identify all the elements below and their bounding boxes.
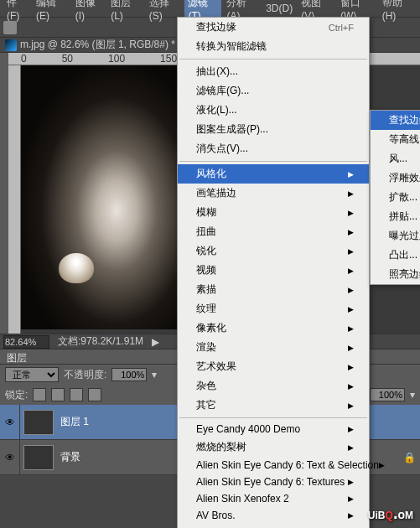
chevron-down-icon[interactable]: ▾ [410,389,415,401]
fill-input[interactable] [370,388,405,401]
menu-item[interactable]: 模糊▶ [178,203,369,222]
document-image [21,65,180,329]
submenu-arrow-icon: ▶ [348,478,354,486]
chevron-right-icon[interactable]: ▶ [152,336,159,348]
menu-item[interactable]: creativity▶ [178,524,369,528]
submenu-arrow-icon: ▶ [348,443,354,452]
menu-item[interactable]: 图案生成器(P)... [178,120,369,139]
submenu-arrow-icon: ▶ [348,382,354,391]
menu-item[interactable]: AV Bros.▶ [178,507,369,524]
ps-icon [5,39,17,51]
menu-help[interactable]: 帮助(H) [379,0,417,23]
menu-item[interactable]: 抽出(X)... [178,62,369,81]
menu-3d[interactable]: 3D(D) [262,1,296,16]
menu-item[interactable]: 照亮边缘... [371,265,420,284]
menu-item[interactable]: 渲染▶ [178,338,369,357]
submenu-arrow-icon: ▶ [348,267,354,275]
submenu-arrow-icon: ▶ [348,494,354,503]
menubar: 件(F) 编辑(E) 图像(I) 图层(L) 选择(S) 滤镜(T) 分析(A)… [0,0,420,17]
menu-item[interactable]: 风格化▶ [178,164,369,184]
menu-item[interactable]: Alien Skin Eye Candy 6: Textures▶ [178,474,369,490]
opacity-input[interactable] [111,368,147,381]
submenu-arrow-icon: ▶ [379,461,385,469]
chevron-down-icon[interactable]: ▾ [152,369,157,380]
menu-item[interactable]: Alien Skin Xenofex 2▶ [178,490,369,507]
submenu-arrow-icon: ▶ [348,170,354,179]
submenu-arrow-icon: ▶ [348,324,354,333]
menu-edit[interactable]: 编辑(E) [33,0,70,23]
layer-thumbnail[interactable] [23,445,54,470]
menu-item[interactable]: 风... [371,149,420,168]
menu-item[interactable]: 素描▶ [178,280,369,299]
layer-thumbnail[interactable] [23,410,54,435]
menu-item[interactable]: 画笔描边▶ [178,184,369,203]
menu-item[interactable]: Alien Skin Eye Candy 6: Text & Selection… [178,457,369,474]
menu-item[interactable]: 浮雕效果... [371,168,420,188]
submenu-arrow-icon: ▶ [348,286,354,294]
menu-item[interactable]: 像素化▶ [178,318,369,338]
menu-item[interactable]: 消失点(V)... [178,139,369,158]
move-tool-icon[interactable] [3,21,17,34]
zoom-input[interactable] [3,335,49,349]
submenu-arrow-icon: ▶ [348,189,354,198]
menu-layer[interactable]: 图层(L) [107,0,143,23]
menu-item[interactable]: 其它▶ [178,396,369,415]
doc-size: 文档:978.2K/1.91M [58,334,143,349]
menu-item[interactable]: 纹理▶ [178,299,369,318]
submenu-arrow-icon: ▶ [348,344,354,352]
submenu-arrow-icon: ▶ [348,401,354,410]
lock-label: 锁定: [5,388,28,402]
lock-all-icon[interactable] [88,388,101,401]
menu-image[interactable]: 图像(I) [72,0,106,23]
submenu-arrow-icon: ▶ [348,305,354,313]
document-title: m.jpg @ 82.6% (图层 1, RGB/8#) * [20,38,175,52]
menu-item[interactable]: 杂色▶ [178,376,369,396]
lock-brush-icon[interactable] [51,388,65,401]
menu-item[interactable]: 拼贴... [371,207,420,226]
lock-transparency-icon[interactable] [33,388,46,401]
menu-item[interactable]: 查找边缘Ctrl+F [178,18,369,37]
blend-mode-select[interactable]: 正常 [5,367,59,382]
opacity-label: 不透明度: [64,368,106,382]
watermark: UiBQ.oM [368,504,413,523]
menu-item[interactable]: 视频▶ [178,261,369,280]
submenu-arrow-icon: ▶ [348,425,354,433]
menu-item[interactable]: 锐化▶ [178,241,369,261]
submenu-arrow-icon: ▶ [348,511,354,520]
filter-dropdown-menu: 查找边缘Ctrl+F转换为智能滤镜抽出(X)...滤镜库(G)...液化(L).… [177,17,370,528]
menu-item[interactable]: 凸出... [371,246,420,265]
lock-move-icon[interactable] [70,388,83,401]
menu-item[interactable]: 查找边缘 [371,111,420,130]
submenu-arrow-icon: ▶ [348,247,354,256]
menu-item[interactable]: 滤镜库(G)... [178,81,369,101]
menu-item[interactable]: Eye Candy 4000 Demo▶ [178,421,369,437]
submenu-arrow-icon: ▶ [348,363,354,371]
visibility-eye-icon[interactable]: 👁 [0,405,20,439]
menu-item[interactable]: 等高线... [371,130,420,149]
menu-item[interactable]: 转换为智能滤镜 [178,37,369,56]
lock-icon: 🔒 [403,452,420,463]
submenu-arrow-icon: ▶ [348,228,354,236]
menu-item[interactable]: 液化(L)... [178,101,369,120]
menu-file[interactable]: 件(F) [3,0,31,23]
submenu-arrow-icon: ▶ [348,209,354,217]
stylize-submenu: 查找边缘等高线...风...浮雕效果...扩散...拼贴...曝光过度凸出...… [370,110,420,285]
menu-item[interactable]: 曝光过度 [371,226,420,246]
menu-item[interactable]: 扭曲▶ [178,222,369,241]
visibility-eye-icon[interactable]: 👁 [0,440,20,474]
menu-item[interactable]: 燃烧的梨树▶ [178,437,369,457]
ruler-vertical [8,65,21,334]
menu-item[interactable]: 艺术效果▶ [178,357,369,376]
left-gutter [0,53,8,334]
menu-item[interactable]: 扩散... [371,188,420,207]
